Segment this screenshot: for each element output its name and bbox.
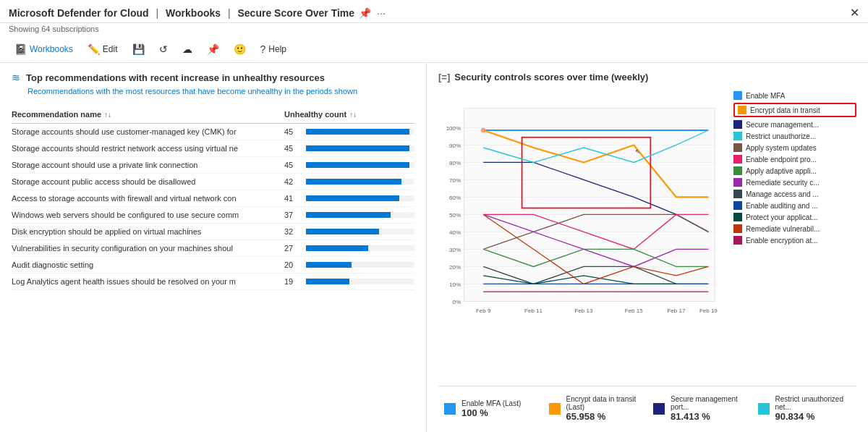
table-row: Storage accounts should restrict network… [12,140,414,157]
count-cell: 32 [284,227,414,236]
close-button[interactable]: ✕ [850,6,859,20]
sort-name-icon[interactable]: ↑↓ [104,111,111,119]
title-left: Microsoft Defender for Cloud | Workbooks… [9,7,386,19]
col-name-header: Recommendation name ↑↓ [12,110,284,119]
legend-label-enable-auditing: Enable auditing and ... [746,202,818,210]
legend-color-restrict-unauth [733,132,742,140]
legend-item-apply-adaptive[interactable]: Apply adaptive appli... [733,166,856,175]
main-content: ≋ Top recommendations with recent increa… [0,63,868,432]
rec-name: Storage accounts should restrict network… [12,144,284,153]
count-cell: 19 [284,277,414,286]
count-cell: 42 [284,177,414,186]
legend-item-enable-encrypt[interactable]: Enable encryption at... [733,236,856,245]
bar [306,229,379,234]
rec-name: Audit diagnostic setting [12,261,284,269]
more-icon[interactable]: ··· [377,7,386,19]
chart-title-icon: [=] [438,72,450,82]
legend-item-remediate-sec[interactable]: Remediate security c... [733,178,856,187]
bar-container [306,229,414,234]
table-row: Disk encryption should be applied on vir… [12,224,414,240]
bar [306,245,368,251]
cloud-icon: ☁ [182,43,192,55]
count-number: 37 [284,211,300,219]
count-cell: 37 [284,211,414,219]
help-label: Help [268,44,286,54]
count-cell: 45 [284,144,414,153]
summary-color-mfa [444,403,456,415]
table-row: Log Analytics agent health issues should… [12,274,414,290]
legend-item-restrict-unauth[interactable]: Restrict unauthorize... [733,132,856,140]
table-row: Audit diagnostic setting 20 [12,257,414,274]
sort-count-icon[interactable]: ↑↓ [349,111,357,119]
legend-label-secure-mgmt: Secure management... [746,121,819,129]
save-button[interactable]: 💾 [127,41,150,58]
left-panel: ≋ Top recommendations with recent increa… [0,63,427,432]
edit-label: Edit [103,44,118,54]
chart-svg-container: 100% 90% 80% 70% 60% 50% 40% 30% 20% 10%… [438,88,728,383]
summary-text-transit: Encrypt data in transit (Last) 65.958 % [566,395,642,422]
legend-item-encrypt-transit[interactable]: Encrypt data in transit [733,103,856,117]
bar-container [306,195,414,201]
bar [306,279,349,284]
chart-svg: 100% 90% 80% 70% 60% 50% 40% 30% 20% 10%… [438,88,728,334]
bar [306,145,409,151]
toolbar: 📓 Workbooks ✏️ Edit 💾 ↺ ☁ 📌 🙂 ? Help [0,36,868,63]
count-number: 32 [284,227,300,236]
section-header: ≋ Top recommendations with recent increa… [12,72,414,83]
svg-text:↖: ↖ [635,148,640,155]
app-title: Microsoft Defender for Cloud | Workbooks… [9,7,354,19]
cloud-button[interactable]: ☁ [176,41,198,58]
legend-item-secure-mgmt[interactable]: Secure management... [733,120,856,129]
summary-label-restrict: Restrict unauthorized net... [775,395,851,411]
help-button[interactable]: ? Help [255,41,292,58]
svg-text:Feb 19: Feb 19 [699,308,718,314]
legend-item-enable-mfa[interactable]: Enable MFA [733,91,856,100]
pin-icon[interactable]: 📌 [359,7,371,19]
legend-label-enable-mfa: Enable MFA [746,92,785,100]
legend-item-enable-auditing[interactable]: Enable auditing and ... [733,201,856,210]
bar-container [306,129,414,135]
svg-text:Feb 11: Feb 11 [524,308,542,314]
bar-container [306,145,414,151]
summary-color-restrict [758,403,770,415]
rec-name: Vulnerabilities in security configuratio… [12,244,284,253]
count-number: 19 [284,277,300,286]
bar-container [306,162,414,168]
bar-container [306,245,414,251]
count-number: 45 [284,127,300,136]
col-count-header: Unhealthy count ↑↓ [284,110,414,119]
bar [306,212,391,218]
legend-label-manage-access: Manage access and ... [746,190,819,198]
svg-text:100%: 100% [446,125,461,132]
svg-text:80%: 80% [449,160,461,166]
pin-button[interactable]: 📌 [201,41,225,58]
workbooks-button[interactable]: 📓 Workbooks [9,41,79,58]
legend-color-apply-system [733,143,742,152]
legend-item-protect-app[interactable]: Protect your applicat... [733,213,856,221]
refresh-button[interactable]: ↺ [153,41,174,58]
table-header: Recommendation name ↑↓ Unhealthy count ↑… [12,106,414,124]
count-cell: 20 [284,261,414,269]
legend-item-remediate-vuln[interactable]: Remediate vulnerabil... [733,224,856,233]
legend-item-manage-access[interactable]: Manage access and ... [733,190,856,198]
section-icon: ≋ [12,72,20,83]
table-row: Access to storage accounts with firewall… [12,190,414,207]
legend-label-remediate-vuln: Remediate vulnerabil... [746,225,820,233]
bar-container [306,262,414,268]
count-number: 45 [284,161,300,169]
bar [306,129,409,135]
summary-value-restrict: 90.834 % [775,411,851,422]
legend-item-apply-system[interactable]: Apply system updates [733,143,856,152]
edit-button[interactable]: ✏️ Edit [82,41,124,58]
summary-value-secure-mgmt: 81.413 % [671,411,746,422]
emoji-button[interactable]: 🙂 [228,41,252,58]
legend-item-enable-endpoint[interactable]: Enable endpoint pro... [733,155,856,164]
table-row: Windows web servers should be configured… [12,207,414,224]
legend-panel: Enable MFA Encrypt data in transit Secur… [733,88,856,383]
legend-color-remediate-vuln [733,224,742,233]
svg-text:40%: 40% [449,229,461,236]
legend-color-secure-mgmt [733,120,742,129]
workbooks-label: Workbooks [30,44,73,54]
svg-text:Feb 13: Feb 13 [574,308,592,314]
summary-value-transit: 65.958 % [566,411,642,422]
